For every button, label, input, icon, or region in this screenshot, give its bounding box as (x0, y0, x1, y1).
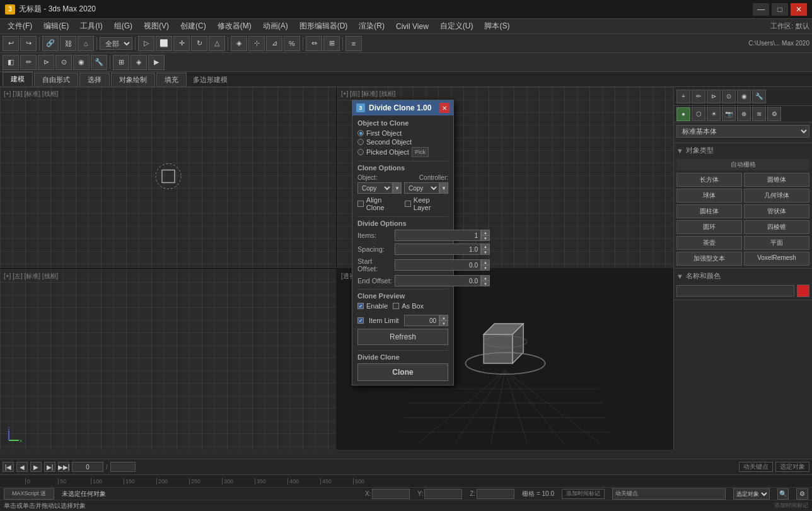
as-box-checkbox[interactable] (393, 303, 399, 309)
menu-modifier[interactable]: 修改器(M) (212, 20, 257, 33)
tab-modeling[interactable]: 建模 (3, 72, 33, 86)
btn-tube[interactable]: 管状体 (744, 204, 809, 218)
menu-render[interactable]: 渲染(R) (354, 20, 390, 33)
end-up[interactable]: ▲ (481, 275, 490, 281)
limit-down[interactable]: ▼ (439, 320, 448, 326)
item-limit-checkbox[interactable]: ✓ (357, 317, 364, 324)
menu-create[interactable]: 创建(C) (175, 20, 211, 33)
enable-cb-row[interactable]: ✓ Enable (357, 302, 388, 310)
link-btn[interactable]: 🔗 (42, 36, 59, 51)
setkey-btn[interactable]: 选定对象 (775, 462, 809, 472)
items-input[interactable]: 1 (395, 230, 481, 241)
utilities-tab-btn[interactable]: 🔧 (91, 55, 107, 70)
minimize-button[interactable]: — (753, 3, 769, 16)
items-up[interactable]: ▲ (481, 230, 490, 235)
total-frames-input[interactable]: 100 (110, 462, 136, 472)
add-time-marker-btn[interactable]: 添加时间标记 (562, 489, 605, 499)
tab-freeform[interactable]: 自由形式 (34, 73, 78, 86)
selected-objects-combo[interactable]: 选定对象 (733, 488, 770, 500)
next-frame-btn[interactable]: ▶| (44, 462, 55, 472)
modify-tab-btn[interactable]: ✏ (20, 55, 37, 70)
dialog-close-btn[interactable]: ✕ (439, 103, 450, 113)
btn-box[interactable]: 长方体 (676, 173, 742, 187)
btn-geosphere[interactable]: 几何球体 (744, 189, 809, 203)
viewport-btn[interactable]: ⊞ (113, 55, 129, 70)
light-icon[interactable]: ☀ (707, 107, 721, 121)
play-btn[interactable]: ▶ (30, 462, 42, 472)
layer-btn[interactable]: ≡ (345, 36, 362, 51)
helper-icon[interactable]: ⊕ (737, 107, 751, 121)
menu-graph-editor[interactable]: 图形编辑器(D) (294, 20, 353, 33)
radio-second-object-btn[interactable] (357, 139, 364, 145)
menu-tools[interactable]: 工具(I) (75, 20, 107, 33)
undo-btn[interactable]: ↩ (3, 36, 19, 51)
radio-first-object-btn[interactable] (357, 130, 364, 136)
unlink-btn[interactable]: ⛓ (60, 36, 76, 51)
start-up[interactable]: ▲ (481, 259, 490, 265)
end-down[interactable]: ▼ (481, 281, 490, 286)
spacing-input[interactable]: 1.0 (395, 244, 481, 255)
percent-snap-btn[interactable]: % (284, 36, 300, 51)
radio-picked-object[interactable]: Picked Object Pick (357, 147, 448, 157)
render-btn[interactable]: ▶ (148, 55, 165, 70)
snap-btn[interactable]: ⊹ (248, 36, 265, 51)
object-copy-combo[interactable]: Copy (357, 182, 393, 194)
dialog-titlebar[interactable]: 3 Divide Clone 1.00 ✕ (352, 100, 453, 115)
menu-group[interactable]: 组(G) (109, 20, 137, 33)
menu-animation[interactable]: 动画(A) (258, 20, 293, 33)
btn-cone[interactable]: 圆锥体 (744, 173, 809, 187)
display-panel-btn[interactable]: ◉ (737, 90, 751, 103)
color-swatch[interactable] (797, 285, 809, 297)
btn-torus[interactable]: 圆环 (676, 220, 742, 234)
play-back-btn[interactable]: |◀ (3, 462, 14, 472)
create-tab-btn[interactable]: ◧ (3, 55, 19, 70)
spacing-up[interactable]: ▲ (481, 244, 490, 249)
search-btn[interactable]: 🔍 (777, 488, 789, 500)
end-offset-input[interactable]: 0.0 (395, 275, 481, 286)
radio-picked-object-btn[interactable] (357, 149, 364, 155)
start-down[interactable]: ▼ (481, 265, 490, 271)
menu-view[interactable]: 视图(V) (139, 20, 174, 33)
autokey-btn[interactable]: 动关键点 (739, 462, 773, 472)
radio-first-object[interactable]: First Object (357, 129, 448, 137)
spacing-down[interactable]: ▼ (481, 249, 490, 255)
object-copy-arrow[interactable]: ▼ (393, 182, 402, 194)
motion-tab-btn[interactable]: ⊙ (55, 55, 72, 70)
bind-btn[interactable]: ⌂ (78, 36, 94, 51)
object-name-input[interactable] (676, 285, 794, 297)
current-frame-input[interactable] (72, 462, 103, 472)
align-btn[interactable]: ⊞ (323, 36, 340, 51)
maximize-button[interactable]: □ (772, 3, 788, 16)
y-input[interactable] (424, 489, 462, 499)
tab-selection[interactable]: 选择 (79, 73, 110, 86)
move-btn[interactable]: ✛ (173, 36, 190, 51)
tab-object-paint[interactable]: 对象绘制 (111, 73, 155, 86)
limit-up[interactable]: ▲ (439, 315, 448, 320)
create-panel-btn[interactable]: + (676, 90, 690, 103)
start-offset-input[interactable]: 0.0 (395, 259, 481, 271)
controller-copy-combo[interactable]: Copy (404, 182, 439, 194)
viewport-left[interactable]: [+] [左] [标准] [线框] x z (0, 269, 336, 450)
keep-layer-cb-row[interactable]: Keep Layer (405, 196, 448, 211)
geo-icon[interactable]: ● (676, 107, 690, 121)
redo-btn[interactable]: ↪ (20, 36, 37, 51)
utilities-panel-btn[interactable]: 🔧 (752, 90, 766, 103)
menu-scripting[interactable]: 脚本(S) (479, 20, 514, 33)
spacewarp-icon[interactable]: ≋ (752, 107, 766, 121)
controller-copy-arrow[interactable]: ▼ (439, 182, 448, 194)
item-limit-input[interactable]: 00 (404, 315, 439, 326)
radio-second-object[interactable]: Second Object (357, 138, 448, 146)
camera-icon[interactable]: 📷 (722, 107, 736, 121)
menu-civil-view[interactable]: Civil View (391, 21, 434, 32)
z-input[interactable] (477, 489, 514, 499)
hierarchy-tab-btn[interactable]: ⊳ (38, 55, 54, 70)
btn-plane[interactable]: 平面 (744, 236, 809, 250)
refresh-button[interactable]: Refresh (357, 329, 448, 345)
btn-pyramid[interactable]: 四棱锥 (744, 220, 809, 234)
x-input[interactable] (372, 489, 410, 499)
items-down[interactable]: ▼ (481, 235, 490, 241)
viewport-top[interactable]: [+] [顶] [标准] [线框] (0, 87, 336, 268)
selection-filter[interactable]: 全部 (100, 37, 132, 50)
scale-btn[interactable]: △ (209, 36, 225, 51)
object-category-combo[interactable]: 标准基本体 (676, 125, 809, 138)
